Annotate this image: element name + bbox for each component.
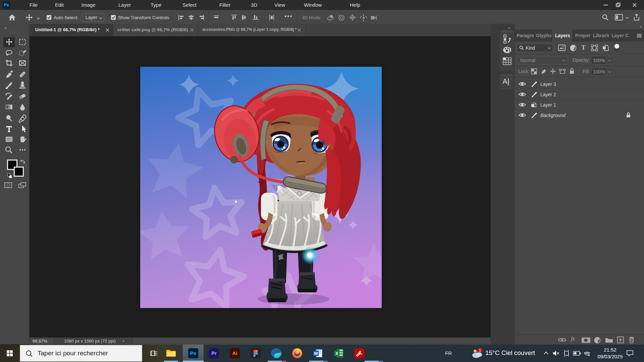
svg-text:W: W xyxy=(314,351,318,356)
svg-text:1: 1 xyxy=(479,349,481,352)
svg-text:X: X xyxy=(335,351,338,356)
